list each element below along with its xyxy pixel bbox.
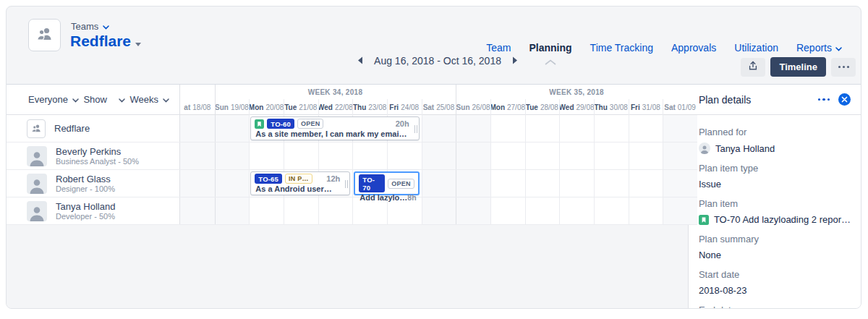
team-name: Redflare [54,123,90,134]
chevron-down-icon [72,94,79,105]
person-row-header[interactable]: Robert GlassDesigner - 100% [7,170,180,197]
nav-item-team[interactable]: Team [486,42,511,54]
resize-handle-icon[interactable] [414,125,417,133]
day-col-header: Sun19/08 [215,99,250,115]
person-info: Robert GlassDesigner - 100% [56,174,115,194]
nav-item-label: Approvals [671,42,716,54]
bar-header: TO-60OPEN20h [251,117,418,129]
team-switcher-caret-icon[interactable] [135,43,141,46]
person-role: Developer - 50% [56,212,115,221]
logged-hours: 20h [396,119,409,128]
panel-header: Plan details [689,85,861,115]
nav-item-label: Reports [796,42,832,54]
day-col-header: Wed29/08 [559,99,594,115]
plan-bar-to-60[interactable]: TO-60OPEN20hAs a site member, I can mark… [250,116,419,140]
avatar [27,146,47,166]
content-area: EveryoneShowWeeks WEEK 34, 2018WEEK 35, … [7,84,861,308]
day-col-header: Fri24/08 [387,99,422,115]
day-header-row: at18/08Sun19/08Mon20/08Tue21/08Wed22/08T… [180,99,697,115]
panel-title: Plan details [699,94,751,106]
status-badge: IN P… [285,174,312,184]
panel-more-icon[interactable] [818,98,830,101]
filter-dropdown-everyone[interactable]: Everyone [28,94,79,105]
field-value-text: None [699,250,721,260]
day-date: 19/08 [231,103,249,111]
nav-item-approvals[interactable]: Approvals [671,42,716,54]
day-name: Tue [526,103,538,111]
field-value-text: Tanya Holland [715,143,775,154]
resize-handle-icon[interactable] [345,180,348,188]
day-col-header: Sat25/08 [422,99,456,115]
bar-summary: As a site member, I can mark my emai… [251,129,418,138]
field-value: Tanya Holland [699,143,851,154]
person-row-header[interactable]: Beverly PerkinsBusiness Analyst - 50% [7,143,180,169]
field-label: Plan summary [699,234,851,244]
next-period-icon[interactable] [509,54,522,67]
day-col-header: at18/08 [180,99,215,115]
day-name: Thu [353,103,366,111]
date-range-label[interactable]: Aug 16, 2018 - Oct 16, 2018 [374,55,501,67]
issue-key-badge: TO-70 [359,174,385,192]
person-row-header[interactable]: Tanya HollandDeveloper - 50% [7,197,180,224]
person-name: Robert Glass [56,174,115,184]
person-info: Tanya HollandDeveloper - 50% [56,201,115,221]
day-name: Tue [284,103,297,111]
status-badge: OPEN [297,119,323,129]
plan-bar-to-65[interactable]: TO-65IN P…12hAs a Android user… [250,171,350,195]
filter-label: Weeks [129,94,158,105]
export-button[interactable] [741,58,765,77]
nav-item-reports[interactable]: Reports [796,42,842,54]
field-label: End date [699,305,851,308]
day-name: Mon [490,103,505,111]
header-buttons: Timeline [741,57,856,77]
day-col-header: Sun26/08 [456,99,490,115]
page-title: Redflare [70,33,131,50]
teams-label: Teams [71,21,98,32]
day-col-header: Mon20/08 [249,99,284,115]
week-header-label: WEEK 34, 2018 [215,85,456,99]
plan-bar-to-70[interactable]: TO-70OPENAdd lazylo…8h [354,171,419,195]
field-label: Start date [699,269,851,280]
field-value: None [699,250,851,260]
summary-text: As a site member, I can mark my emai… [255,129,407,138]
day-date: 18/08 [192,103,210,111]
person-name: Beverly Perkins [56,146,139,157]
summary-text: As a Android user… [255,184,331,193]
bar-summary: Add lazylo…8h [355,193,417,202]
nav-item-time-tracking[interactable]: Time Tracking [590,42,653,54]
chevron-down-icon [835,42,842,54]
field-value: 2018-08-23 [699,285,851,296]
day-date: 01/09 [678,103,696,111]
teams-breadcrumb[interactable]: Teams [71,21,109,32]
nav-item-label: Team [486,42,511,54]
team-row-header[interactable]: Redflare [7,115,180,142]
export-icon [748,61,758,74]
more-button[interactable] [831,58,856,77]
day-name: Sat [664,103,676,111]
field-label: Plan item type [699,163,851,174]
person-role: Designer - 100% [56,184,115,194]
filter-dropdown-show[interactable]: Show [83,94,125,105]
nav-item-planning[interactable]: Planning [529,42,571,54]
panel-close-icon[interactable] [838,93,851,106]
timeline-button[interactable]: Timeline [770,57,826,77]
prev-period-icon[interactable] [354,54,367,67]
day-date: 30/08 [610,103,628,111]
nav-item-utilization[interactable]: Utilization [734,42,778,54]
day-name: Sat [423,103,435,111]
day-name: at [184,103,190,111]
grid-header: EveryoneShowWeeks WEEK 34, 2018WEEK 35, … [7,85,697,115]
field-value: TO-70 Add lazyloading 2 repor… [699,214,851,225]
bar-header: TO-65IN P…12h [251,172,349,184]
field-label: Planned for [699,127,851,137]
filter-dropdown-weeks[interactable]: Weeks [129,94,169,105]
day-date: 28/08 [540,103,558,111]
bar-header: TO-70OPEN [355,173,417,193]
nav-item-label: Planning [529,42,571,54]
day-name: Sun [456,103,470,111]
day-col-header: Tue28/08 [525,99,560,115]
week-spacer [180,85,215,99]
status-badge: OPEN [388,179,414,189]
day-name: Wed [559,103,574,111]
date-range-nav: Aug 16, 2018 - Oct 16, 2018 [354,54,522,67]
